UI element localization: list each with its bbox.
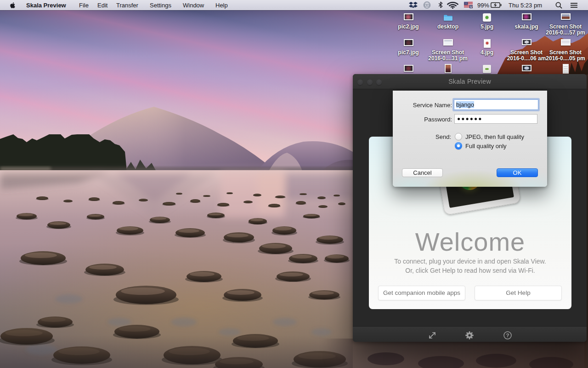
svg-text:U: U — [470, 5, 472, 8]
svg-text:?: ? — [506, 333, 509, 338]
